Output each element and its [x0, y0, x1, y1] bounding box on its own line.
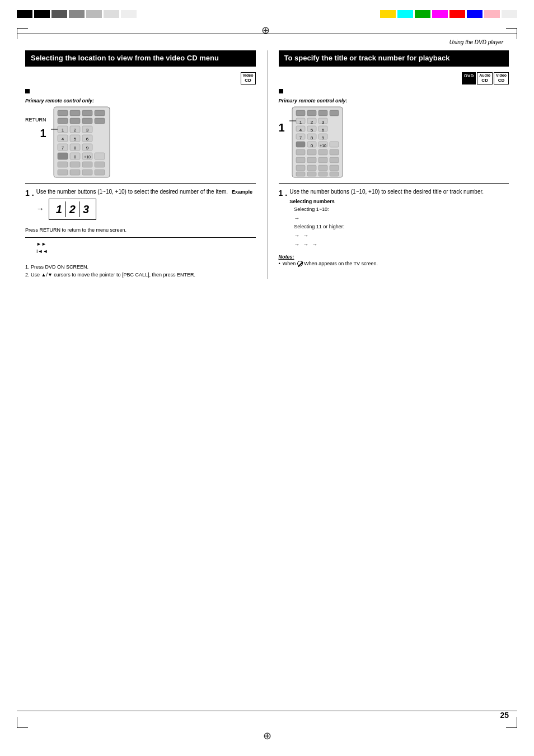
- svg-text:3: 3: [321, 120, 324, 125]
- page-number: 25: [500, 711, 509, 720]
- right-step-label-area: 1: [279, 117, 285, 134]
- svg-rect-5: [58, 118, 68, 124]
- left-step-dot: .: [32, 188, 34, 223]
- remote-control-right: 1 2 3 4 5 6 7: [289, 106, 345, 179]
- svg-rect-3: [82, 110, 92, 116]
- left-title-text: Selecting the location to view from the …: [31, 54, 219, 62]
- bar-3: [51, 10, 67, 18]
- svg-text:2: 2: [73, 128, 76, 133]
- ff-rw-symbols: ►►: [36, 241, 256, 247]
- right-remote-label: Primary remote control only:: [279, 98, 509, 104]
- left-video-cd-badge: Video CD: [241, 72, 256, 84]
- column-divider: [267, 50, 268, 279]
- svg-rect-74: [330, 149, 339, 155]
- svg-rect-75: [296, 157, 305, 163]
- num-btn-2: 2: [67, 201, 78, 217]
- svg-rect-78: [330, 157, 339, 163]
- right-step-dot: .: [285, 188, 287, 250]
- arrow-1: →: [294, 214, 299, 222]
- svg-rect-43: [296, 110, 305, 116]
- svg-text:9: 9: [321, 135, 324, 140]
- svg-text:6: 6: [86, 137, 88, 142]
- svg-text:+10: +10: [84, 155, 91, 159]
- right-square-bullet-icon: [279, 89, 283, 93]
- bar-r5: [449, 10, 465, 18]
- svg-rect-81: [318, 165, 327, 171]
- header-rule: [17, 34, 517, 34]
- svg-text:5: 5: [73, 137, 76, 142]
- svg-rect-84: [307, 172, 316, 176]
- svg-rect-76: [307, 157, 316, 163]
- svg-rect-33: [58, 162, 68, 167]
- svg-rect-36: [95, 162, 105, 167]
- svg-rect-72: [307, 149, 316, 155]
- bar-r2: [397, 10, 413, 18]
- left-section-title: Selecting the location to view from the …: [25, 50, 256, 67]
- selecting-1-10-label: Selecting 1~10:: [294, 206, 484, 213]
- arrows-11-row2: → → →: [294, 241, 484, 248]
- bar-r7: [484, 10, 500, 18]
- svg-rect-7: [82, 118, 92, 124]
- bar-6: [104, 10, 119, 18]
- bar-r3: [415, 10, 430, 18]
- bar-5: [86, 10, 102, 18]
- svg-rect-4: [95, 110, 105, 116]
- bar-r6: [467, 10, 483, 18]
- svg-text:9: 9: [86, 145, 88, 151]
- example-area: → 1 2 3: [36, 199, 252, 220]
- svg-rect-37: [58, 170, 68, 175]
- bullet-dot: •: [279, 261, 280, 267]
- num-btn-1: 1: [54, 201, 64, 217]
- square-bullet-icon: [25, 89, 30, 93]
- svg-text:8: 8: [310, 135, 313, 140]
- svg-rect-45: [318, 110, 327, 116]
- right-step1: 1 . Use the number buttons (1~10, +10) t…: [279, 188, 509, 250]
- note-item-1: • When When appears on the TV screen.: [279, 261, 509, 267]
- svg-rect-34: [70, 162, 80, 167]
- example-label: Example: [232, 189, 252, 195]
- svg-text:+10: +10: [320, 144, 326, 148]
- bottom-note-2: 2. Use ▲/▼ cursors to move the pointer t…: [25, 271, 256, 279]
- svg-text:1: 1: [299, 120, 302, 125]
- bottom-note-1: 1. Press DVD ON SCREEN.: [25, 263, 256, 271]
- svg-text:4: 4: [299, 128, 302, 133]
- corner-mark-bl: [17, 717, 28, 728]
- left-sep-line-2: [25, 237, 256, 238]
- number-buttons-example: 1 2 3: [49, 199, 96, 220]
- arrow-6: →: [312, 241, 317, 248]
- left-remote-diagram: RETURN 1: [25, 106, 256, 179]
- note-text-1: When When appears on the TV screen.: [283, 261, 378, 267]
- svg-rect-30: [95, 153, 105, 159]
- svg-rect-73: [318, 149, 327, 155]
- arrows-11-row1: → →: [294, 232, 484, 240]
- svg-text:4: 4: [61, 137, 64, 142]
- remote-control-left: 1 2 3 4 5 6 7: [51, 106, 113, 179]
- page-header: Using the DVD player: [449, 39, 503, 45]
- bar-4: [69, 10, 85, 18]
- right-remote-diagram: 1 1 2: [279, 106, 509, 179]
- right-step-number: 1: [279, 188, 283, 250]
- divider-1: [65, 201, 66, 217]
- svg-rect-65: [296, 142, 305, 147]
- svg-rect-68: [330, 142, 339, 147]
- svg-rect-79: [296, 165, 305, 171]
- arrows-1-10: →: [294, 214, 484, 222]
- rewind-symbol: I◄◄: [36, 248, 48, 254]
- audio-cd-badge: Audio CD: [477, 72, 493, 84]
- note-text-content: When appears on the TV screen.: [304, 261, 378, 266]
- selecting-11-label: Selecting 11 or higher:: [294, 223, 484, 231]
- svg-rect-82: [330, 165, 339, 171]
- left-color-bars: [17, 10, 137, 18]
- main-content: Selecting the location to view from the …: [25, 50, 509, 706]
- arrow-icon: →: [36, 204, 44, 215]
- page-header-text: Using the DVD player: [449, 39, 503, 45]
- svg-rect-27: [58, 153, 68, 159]
- return-label: RETURN: [25, 117, 46, 123]
- svg-rect-85: [318, 172, 327, 176]
- bottom-crosshair: [263, 730, 271, 742]
- step-1-large-left: 1: [40, 127, 46, 140]
- left-remote-label: Primary remote control only:: [25, 98, 256, 104]
- right-section-title: To specify the title or track number for…: [279, 50, 509, 67]
- svg-rect-39: [82, 170, 92, 175]
- svg-rect-80: [307, 165, 316, 171]
